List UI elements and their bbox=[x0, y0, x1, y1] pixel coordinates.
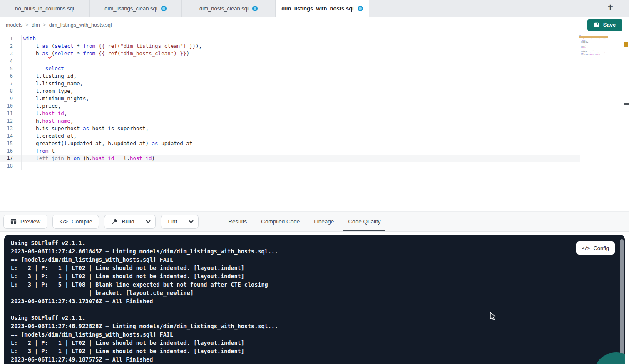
preview-button[interactable]: Preview bbox=[3, 215, 47, 229]
indent-guide bbox=[36, 57, 36, 65]
line-number: 2 bbox=[0, 42, 22, 50]
code-line[interactable]: 1with bbox=[0, 35, 580, 42]
breadcrumb-segment[interactable]: dim_listings_with_hosts.sql bbox=[49, 22, 112, 28]
chevron-down-icon bbox=[146, 220, 151, 223]
line-number: 17 bbox=[0, 155, 22, 162]
code-line[interactable]: 9 l.minimum_nights, bbox=[0, 95, 580, 102]
mouse-cursor bbox=[490, 312, 498, 323]
panel-tab-compiled-code[interactable]: Compiled Code bbox=[254, 212, 307, 231]
terminal-scrollbar[interactable] bbox=[620, 239, 624, 364]
line-number: 10 bbox=[0, 102, 22, 110]
code-line[interactable]: 12 h.host_name, bbox=[0, 117, 580, 125]
code-editor[interactable]: 1with2 l as (select * from {{ ref("dim_l… bbox=[0, 33, 629, 211]
breadcrumb-segment[interactable]: dim bbox=[32, 22, 40, 28]
save-button[interactable]: Save bbox=[587, 19, 622, 31]
line-number: 7 bbox=[0, 80, 22, 87]
unsaved-changes-icon bbox=[252, 6, 258, 11]
line-number: 1 bbox=[0, 35, 22, 42]
build-button-label: Build bbox=[122, 218, 134, 225]
build-dropdown-button[interactable] bbox=[141, 215, 156, 229]
lint-button-label: Lint bbox=[168, 218, 177, 225]
code-icon: </> bbox=[60, 219, 68, 224]
editor-tab[interactable]: dim_listings_with_hosts.sql bbox=[276, 0, 369, 17]
scrollbar-cursor-marker bbox=[624, 103, 629, 105]
compile-button[interactable]: </> Compile bbox=[52, 215, 99, 229]
breadcrumb-separator: > bbox=[43, 22, 46, 28]
config-button-label: Config bbox=[593, 245, 609, 251]
panel-tab-code-quality[interactable]: Code Quality bbox=[341, 212, 388, 231]
code-line[interactable]: 16 from l bbox=[0, 147, 580, 155]
build-button-group: Build bbox=[104, 215, 156, 229]
indent-guide bbox=[36, 65, 36, 72]
code-line[interactable]: 7 l.listing_name, bbox=[0, 80, 580, 87]
unsaved-changes-icon bbox=[161, 6, 167, 11]
scrollbar-warning-marker bbox=[624, 42, 628, 47]
tab-label: dim_listings_with_hosts.sql bbox=[281, 5, 353, 12]
tab-label: dim_listings_clean.sql bbox=[104, 5, 157, 12]
preview-table-icon bbox=[10, 218, 17, 225]
line-number: 9 bbox=[0, 95, 22, 102]
minimap-code: with l as (select * from {{ ref("dim_lis… bbox=[579, 35, 608, 57]
save-button-label: Save bbox=[603, 22, 616, 28]
code-line[interactable]: 8 l.room_type, bbox=[0, 87, 580, 95]
editor-code-area[interactable]: 1with2 l as (select * from {{ ref("dim_l… bbox=[0, 35, 580, 170]
line-number: 5 bbox=[0, 65, 22, 72]
file-header-bar: models>dim>dim_listings_with_hosts.sql S… bbox=[0, 17, 629, 33]
breadcrumb: models>dim>dim_listings_with_hosts.sql bbox=[6, 22, 112, 28]
minimap[interactable]: with l as (select * from {{ ref("dim_lis… bbox=[579, 35, 608, 61]
action-toolbar: Preview </> Compile Build Lint bbox=[0, 211, 629, 232]
lint-dropdown-button[interactable] bbox=[184, 215, 199, 229]
breadcrumb-segment[interactable]: models bbox=[6, 22, 22, 28]
config-button[interactable]: </> Config bbox=[576, 241, 615, 255]
code-line[interactable]: 14 l.created_at, bbox=[0, 132, 580, 140]
panel-tab-results[interactable]: Results bbox=[221, 212, 254, 231]
breadcrumb-separator: > bbox=[25, 22, 29, 28]
code-line[interactable]: 5 select bbox=[0, 65, 580, 72]
code-line[interactable]: 18 bbox=[0, 162, 580, 170]
build-button[interactable]: Build bbox=[104, 215, 141, 229]
line-number: 12 bbox=[0, 117, 22, 125]
line-number: 8 bbox=[0, 87, 22, 95]
code-line[interactable]: 17 left join h on (h.host_id = l.host_id… bbox=[0, 155, 580, 162]
compile-button-label: Compile bbox=[72, 218, 92, 225]
editor-tab[interactable]: dim_listings_clean.sql bbox=[90, 0, 182, 17]
line-number: 15 bbox=[0, 140, 22, 147]
line-number: 11 bbox=[0, 110, 22, 117]
tab-label: dim_hosts_clean.sql bbox=[199, 5, 249, 12]
editor-scrollbar[interactable] bbox=[622, 33, 629, 211]
terminal-panel: Using SQLFluff v2.1.1. 2023-06-06T11:27:… bbox=[4, 235, 625, 364]
line-number: 18 bbox=[0, 162, 22, 170]
chevron-down-icon bbox=[189, 220, 194, 223]
lint-button[interactable]: Lint bbox=[161, 215, 184, 229]
save-icon bbox=[594, 22, 600, 28]
line-number: 6 bbox=[0, 72, 22, 80]
line-number: 4 bbox=[0, 57, 22, 65]
code-line[interactable]: 10 l.price, bbox=[0, 102, 580, 110]
minimap-lint-highlight bbox=[579, 36, 608, 38]
terminal-output: Using SQLFluff v2.1.1. 2023-06-06T11:27:… bbox=[4, 235, 625, 364]
new-tab-button[interactable]: + bbox=[608, 2, 613, 12]
code-line[interactable]: 2 l as (select * from {{ ref("dim_listin… bbox=[0, 42, 580, 50]
code-line[interactable]: 13 h.is_superhost as host_is_superhost, bbox=[0, 125, 580, 132]
code-icon: </> bbox=[582, 245, 590, 251]
line-number: 3 bbox=[0, 50, 22, 57]
code-line[interactable]: 6 l.listing_id, bbox=[0, 72, 580, 80]
panel-tab-lineage[interactable]: Lineage bbox=[307, 212, 341, 231]
code-line[interactable]: 3 h as (select * from {{ ref("dim_hosts_… bbox=[0, 50, 580, 57]
line-number: 16 bbox=[0, 147, 22, 155]
tab-label: no_nulls_in_columns.sql bbox=[15, 5, 74, 12]
result-panel-tabs: ResultsCompiled CodeLineageCode Quality bbox=[221, 212, 388, 231]
code-line bbox=[579, 55, 608, 57]
unsaved-changes-icon bbox=[358, 6, 363, 11]
preview-button-label: Preview bbox=[20, 218, 40, 225]
code-line[interactable]: 11 l.host_id, bbox=[0, 110, 580, 117]
code-line[interactable]: 15 greatest(l.updated_at, h.updated_at) … bbox=[0, 140, 580, 147]
lint-button-group: Lint bbox=[161, 215, 199, 229]
line-number: 13 bbox=[0, 125, 22, 132]
editor-tab[interactable]: no_nulls_in_columns.sql bbox=[0, 0, 90, 17]
editor-tab-bar: no_nulls_in_columns.sqldim_listings_clea… bbox=[0, 0, 629, 17]
line-number: 14 bbox=[0, 132, 22, 140]
editor-tab[interactable]: dim_hosts_clean.sql bbox=[182, 0, 276, 17]
hammer-icon bbox=[111, 218, 118, 225]
code-line[interactable]: 4 bbox=[0, 57, 580, 65]
